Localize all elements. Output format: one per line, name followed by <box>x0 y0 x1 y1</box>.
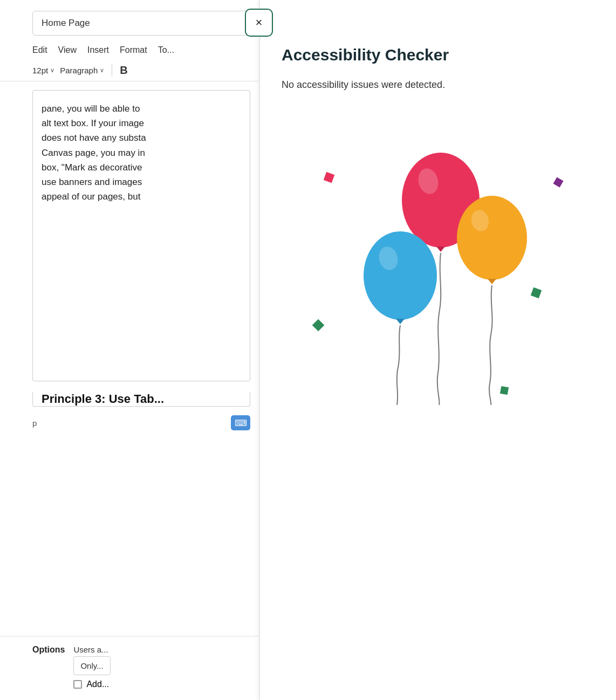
confetti-green-3 <box>500 386 509 395</box>
paragraph-style-control[interactable]: Paragraph ∨ <box>60 66 104 75</box>
add-checkbox[interactable] <box>73 680 82 689</box>
svg-point-3 <box>457 196 527 280</box>
balloon-illustration <box>282 114 594 416</box>
editor-paragraph: pane, you will be able toalt text box. I… <box>42 101 241 204</box>
home-page-label: Home Page <box>42 18 90 28</box>
editor-content[interactable]: pane, you will be able toalt text box. I… <box>32 90 250 381</box>
toolbar: 12pt ∨ Paragraph ∨ B <box>0 59 259 81</box>
bottom-options: Options Users a... Only... Add... <box>0 636 259 700</box>
svg-marker-8 <box>396 319 405 324</box>
menu-format[interactable]: Format <box>120 45 147 55</box>
bold-button[interactable]: B <box>120 64 127 77</box>
home-page-bar[interactable]: Home Page <box>32 11 250 36</box>
checker-title: Accessibility Checker <box>282 45 594 65</box>
checker-message: No accessibility issues were detected. <box>282 78 594 92</box>
font-size-control[interactable]: 12pt ∨ <box>32 66 54 75</box>
status-bar: p ⌨ <box>0 411 259 435</box>
menu-edit[interactable]: Edit <box>32 45 47 55</box>
paragraph-style-value: Paragraph <box>60 66 98 75</box>
svg-marker-2 <box>436 246 445 252</box>
confetti-pink <box>324 172 335 183</box>
paragraph-chevron: ∨ <box>100 67 104 74</box>
toolbar-divider <box>112 64 112 77</box>
checkbox-row: Add... <box>73 680 110 689</box>
options-dropdown[interactable]: Only... <box>73 656 110 675</box>
users-label: Users a... <box>73 645 110 654</box>
close-button[interactable]: × <box>245 9 273 37</box>
confetti-purple <box>553 177 563 187</box>
editor-panel: Home Page Edit View Insert Format To... … <box>0 0 259 700</box>
close-icon: × <box>256 16 263 30</box>
keyboard-icon[interactable]: ⌨ <box>231 415 250 430</box>
balloons-svg <box>336 125 540 405</box>
svg-marker-5 <box>488 279 496 284</box>
font-size-value: 12pt <box>32 66 48 75</box>
checker-panel: × Accessibility Checker No accessibility… <box>260 0 616 700</box>
menu-bar: Edit View Insert Format To... <box>0 41 259 59</box>
principle-heading: Principle 3: Use Tab... <box>42 392 241 406</box>
dropdown-value: Only... <box>80 661 103 670</box>
options-label: Options <box>32 645 65 655</box>
svg-point-6 <box>364 231 437 320</box>
checkbox-label: Add... <box>86 680 109 689</box>
confetti-green-1 <box>312 319 325 332</box>
element-tag: p <box>32 418 37 428</box>
keyboard-icon-glyph: ⌨ <box>235 418 247 428</box>
menu-insert[interactable]: Insert <box>87 45 109 55</box>
font-size-chevron: ∨ <box>50 67 54 74</box>
menu-view[interactable]: View <box>58 45 77 55</box>
menu-tools[interactable]: To... <box>158 45 174 55</box>
